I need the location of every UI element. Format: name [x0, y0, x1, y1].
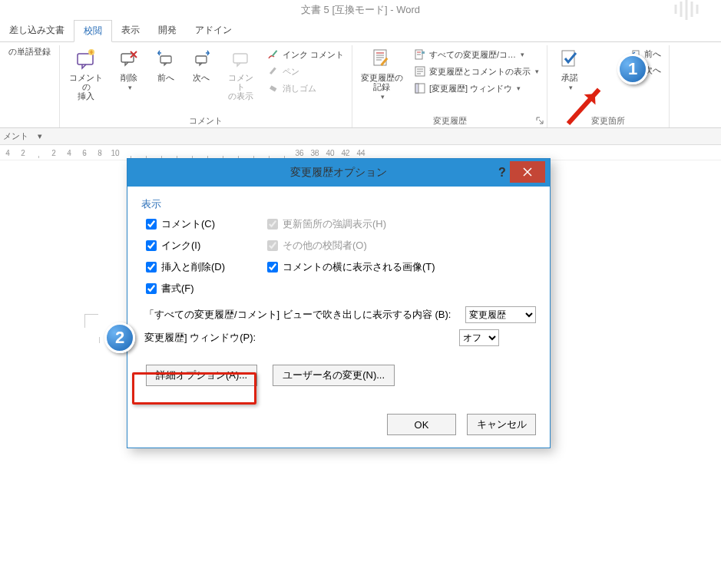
dialog-title-text: 変更履歴オプション: [290, 166, 387, 180]
cancel-button[interactable]: キャンセル: [467, 414, 536, 435]
chk-others[interactable]: その他の校閲者(O): [267, 239, 536, 253]
show-comments-button[interactable]: コメント の表示: [221, 45, 260, 102]
title-bar: 文書 5 [互換モード] - Word: [0, 0, 721, 20]
show-comments-label: コメント の表示: [224, 73, 256, 101]
group-tracking: 変更履歴の 記録 すべての変更履歴/コ… 変更履歴とコメントの表示: [352, 45, 547, 127]
chk-comment-input[interactable]: [146, 219, 157, 230]
accept-icon: [557, 47, 582, 71]
svg-rect-13: [272, 50, 277, 56]
sub-bar-label: メント: [3, 130, 28, 142]
group-changes: 承諾 前へ 次へ 変更箇所: [547, 45, 670, 127]
group-proofing: の単語登録: [0, 45, 60, 127]
ink-comment-button[interactable]: インク コメント: [264, 47, 347, 62]
sub-bar-dropdown-icon[interactable]: ▾: [38, 131, 42, 141]
sub-bar: メント ▾: [0, 128, 721, 145]
eraser-label: 消しゴム: [283, 83, 316, 94]
chk-format-input[interactable]: [146, 283, 157, 294]
svg-rect-5: [78, 54, 93, 64]
accept-button[interactable]: 承諾: [552, 45, 587, 93]
ink-comment-icon: [267, 48, 279, 61]
advanced-options-button[interactable]: 詳細オプション(A)...: [146, 365, 257, 386]
show-comments-icon: [228, 47, 253, 71]
group-comments: コメントの 挿入 削除: [60, 45, 352, 127]
track-changes-button[interactable]: 変更履歴の 記録: [357, 45, 406, 102]
tracking-dialog-launcher[interactable]: [534, 115, 545, 126]
svg-rect-15: [270, 85, 276, 91]
ok-button[interactable]: OK: [387, 414, 456, 435]
word-register-button[interactable]: の単語登録: [5, 45, 55, 58]
show-markup-label: 変更履歴とコメントの表示: [429, 66, 531, 78]
balloon-select[interactable]: 変更履歴: [465, 306, 536, 323]
display-for-review-button[interactable]: すべての変更履歴/コ…: [411, 47, 542, 62]
eraser-icon: [267, 82, 279, 94]
track-changes-icon: [369, 47, 394, 71]
dialog-close-button[interactable]: [510, 161, 545, 183]
new-comment-label: コメントの 挿入: [68, 73, 104, 101]
chk-images-input[interactable]: [267, 262, 278, 273]
prev-comment-icon: [154, 47, 178, 71]
tab-mailings[interactable]: 差し込み文書: [0, 20, 74, 41]
word-register-label: の単語登録: [8, 47, 51, 56]
svg-rect-25: [422, 51, 425, 54]
pane-select[interactable]: オフ: [459, 329, 499, 346]
dialog-title-bar[interactable]: 変更履歴オプション ?: [127, 159, 550, 187]
svg-rect-31: [415, 84, 418, 93]
track-changes-label: 変更履歴の 記録: [361, 73, 403, 91]
ink-comment-label: インク コメント: [283, 49, 344, 61]
new-comment-button[interactable]: コメントの 挿入: [64, 45, 107, 102]
ribbon-tabs: 差し込み文書 校閲 表示 開発 アドイン: [0, 20, 721, 42]
accept-label: 承諾: [561, 73, 578, 82]
group-proofing-label: [5, 114, 55, 127]
chk-insdel[interactable]: 挿入と削除(D): [146, 260, 261, 274]
chk-comment-label: コメント(C): [161, 217, 215, 231]
delete-comment-icon: [117, 47, 141, 71]
chk-format-label: 書式(F): [161, 282, 194, 296]
callout-1: 1: [617, 54, 648, 84]
reviewing-pane-button[interactable]: [変更履歴] ウィンドウ: [411, 81, 542, 96]
callout-2: 2: [104, 322, 135, 353]
reviewing-pane-label: [変更履歴] ウィンドウ: [429, 83, 512, 94]
dialog-body: 表示 コメント(C) 更新箇所の強調表示(H) インク(I) その他の校閲者(O…: [127, 187, 550, 395]
tab-developer[interactable]: 開発: [149, 20, 186, 41]
eraser-button[interactable]: 消しゴム: [264, 81, 347, 96]
chk-ink-input[interactable]: [146, 240, 157, 251]
svg-rect-14: [270, 68, 276, 75]
tab-review[interactable]: 校閲: [74, 20, 112, 42]
changes-prev-label: 前へ: [644, 48, 661, 60]
window-title: 文書 5 [互換モード] - Word: [301, 3, 420, 17]
title-decoration: [673, 0, 706, 20]
tab-view[interactable]: 表示: [112, 20, 149, 41]
tab-addin[interactable]: アドイン: [186, 20, 241, 41]
prev-comment-button[interactable]: 前へ: [150, 45, 181, 84]
prev-comment-label: 前へ: [157, 73, 174, 82]
svg-rect-12: [233, 54, 247, 63]
chk-format[interactable]: 書式(F): [146, 282, 261, 296]
chk-insdel-input[interactable]: [146, 262, 157, 273]
chk-ink-label: インク(I): [161, 239, 200, 253]
page-corner-left: [84, 314, 98, 328]
chk-highlight[interactable]: 更新箇所の強調表示(H): [267, 217, 536, 231]
display-for-review-icon: [414, 48, 426, 61]
ribbon: の単語登録 コメントの 挿入: [0, 42, 721, 128]
delete-comment-label: 削除: [121, 73, 137, 82]
delete-comment-button[interactable]: 削除: [112, 45, 146, 93]
chk-others-input[interactable]: [267, 240, 278, 251]
show-markup-button[interactable]: 変更履歴とコメントの表示: [411, 64, 542, 79]
balloon-label: 「すべての変更履歴/コメント] ビューで吹き出しに表示する内容 (B):: [144, 308, 459, 322]
chk-highlight-label: 更新箇所の強調表示(H): [283, 217, 386, 231]
group-comments-label: コメント: [64, 114, 347, 127]
next-comment-button[interactable]: 次へ: [186, 45, 217, 84]
pane-label: 変更履歴] ウィンドウ(P):: [144, 331, 453, 345]
reviewing-pane-icon: [414, 82, 426, 94]
chk-ink[interactable]: インク(I): [146, 239, 261, 253]
pen-button[interactable]: ペン: [264, 64, 347, 79]
chk-comment[interactable]: コメント(C): [146, 217, 261, 231]
show-markup-icon: [414, 65, 426, 78]
chk-highlight-input[interactable]: [267, 219, 278, 230]
change-username-button[interactable]: ユーザー名の変更(N)...: [273, 365, 395, 386]
chk-insdel-label: 挿入と削除(D): [161, 260, 225, 274]
new-comment-icon: [74, 47, 98, 71]
chk-images[interactable]: コメントの横に表示される画像(T): [267, 260, 536, 274]
svg-rect-7: [121, 54, 134, 62]
page-margin-mark: [99, 337, 100, 343]
